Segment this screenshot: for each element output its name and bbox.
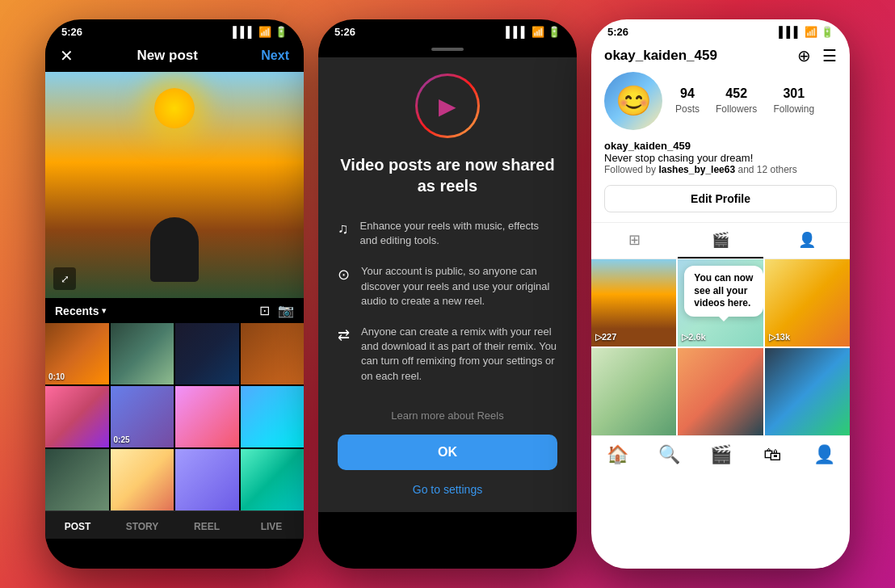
wifi-icon-3: 📶 [805, 26, 817, 38]
bottom-nav: 🏠 🔍 🎬 🛍 👤 [591, 435, 850, 470]
followers-count: 452 [716, 86, 757, 101]
status-icons-2: ▌▌▌ 📶 🔋 [506, 26, 561, 38]
bio-tagline: Never stop chasing your dream! [604, 152, 837, 164]
phone2-content: ▶ Video posts are now shared as reels ♫ … [318, 57, 577, 512]
ok-button[interactable]: OK [338, 435, 557, 470]
go-to-settings-link[interactable]: Go to settings [413, 483, 482, 496]
main-photo-area: ⤢ [45, 72, 304, 298]
bio-username: okay_kaiden_459 [604, 140, 837, 152]
multi-select-icon[interactable]: ⊡ [259, 303, 270, 318]
tab-reel[interactable]: REEL [174, 518, 239, 536]
profile-tabs: ⊞ 🎬 👤 [591, 222, 850, 259]
bio-followed-by: Followed by lashes_by_lee63 and 12 other… [604, 164, 837, 175]
status-bar-3: 5:26 ▌▌▌ 📶 🔋 [591, 19, 850, 41]
photo-cell-7[interactable] [175, 386, 239, 447]
photo-cell-3[interactable] [175, 323, 239, 384]
photo-cell-4[interactable] [241, 323, 305, 384]
tab-post[interactable]: POST [45, 518, 110, 536]
stat-posts: 94 Posts [675, 86, 700, 116]
menu-icon[interactable]: ☰ [822, 46, 837, 65]
remix-icon: ⇄ [338, 326, 350, 344]
expand-button[interactable]: ⤢ [53, 267, 76, 290]
feature-text-3: Anyone can create a remix with your reel… [361, 325, 557, 384]
photo-cell-2[interactable] [111, 323, 174, 384]
status-bar-1: 5:26 ▌▌▌ 📶 🔋 [45, 19, 304, 41]
drag-handle [431, 48, 464, 51]
chevron-down-icon: ▾ [102, 306, 106, 315]
silhouette-graphic [150, 217, 199, 282]
feature-text-2: Your account is public, so anyone can di… [361, 264, 557, 309]
photo-cell-1[interactable]: 0:10 [45, 323, 109, 384]
video-cell-2[interactable]: ▷2.6k You can now see all your videos he… [678, 259, 763, 346]
photo-cell-6[interactable]: 0:25 [111, 386, 174, 447]
video-cell-6[interactable] [765, 348, 850, 435]
profile-info: 😊 94 Posts 452 Followers 301 Following [591, 72, 850, 140]
profile-stats: 94 Posts 452 Followers 301 Following [675, 86, 814, 116]
feature-text-1: Enhance your reels with music, effects a… [360, 219, 558, 248]
nav-reels[interactable]: 🎬 [695, 444, 746, 465]
duration-6: 0:25 [114, 435, 130, 444]
play-count-3: ▷13k [769, 332, 790, 342]
signal-icon: ▌▌▌ [233, 26, 255, 38]
tab-story[interactable]: STORY [110, 518, 174, 536]
close-button[interactable]: ✕ [60, 46, 74, 65]
status-icons-3: ▌▌▌ 📶 🔋 [779, 26, 834, 38]
add-icon[interactable]: ⊕ [797, 46, 811, 65]
next-button[interactable]: Next [261, 48, 289, 63]
video-cell-4[interactable] [591, 348, 676, 435]
wifi-icon: 📶 [258, 26, 271, 38]
battery-icon-2: 🔋 [548, 26, 561, 38]
bottom-tabs: POST STORY REEL LIVE [45, 510, 304, 539]
photo-cell-8[interactable] [241, 386, 305, 447]
music-icon: ♫ [338, 220, 349, 237]
account-icon: ⊙ [338, 266, 350, 284]
nav-shop[interactable]: 🛍 [746, 444, 798, 465]
photo-grid: 0:10 0:25 [45, 323, 304, 510]
reel-icon-container: ▶ [415, 74, 480, 138]
time-1: 5:26 [61, 26, 82, 38]
edit-profile-button[interactable]: Edit Profile [604, 185, 837, 212]
bio-section: okay_kaiden_459 Never stop chasing your … [591, 140, 850, 185]
sun-graphic [154, 88, 195, 128]
avatar: 😊 [604, 72, 662, 130]
tab-reels[interactable]: 🎬 [678, 223, 764, 258]
photo-cell-12[interactable] [241, 449, 305, 510]
nav-home[interactable]: 🏠 [591, 444, 643, 465]
photo-cell-5[interactable] [45, 386, 109, 447]
camera-icon[interactable]: 📷 [278, 303, 294, 318]
page-title: New post [137, 48, 198, 64]
signal-icon-3: ▌▌▌ [779, 26, 801, 38]
following-count: 301 [773, 86, 814, 101]
photo-cell-9[interactable] [45, 449, 109, 510]
learn-more-link[interactable]: Learn more about Reels [391, 410, 503, 422]
wifi-icon-2: 📶 [532, 26, 544, 38]
video-cell-1[interactable]: ▷227 [591, 259, 676, 346]
nav-search[interactable]: 🔍 [643, 444, 695, 465]
reels-title: Video posts are now shared as reels [338, 154, 557, 196]
stat-followers: 452 Followers [716, 86, 757, 116]
photo-cell-10[interactable] [111, 449, 174, 510]
reel-play-icon: ▶ [439, 93, 456, 120]
time-3: 5:26 [607, 26, 628, 38]
tab-live[interactable]: LIVE [239, 518, 304, 536]
duration-1: 0:10 [48, 372, 65, 381]
tab-tagged[interactable]: 👤 [763, 223, 850, 258]
followers-label: Followers [716, 103, 757, 115]
phone-2: 5:26 ▌▌▌ 📶 🔋 ▶ Video posts are now share… [318, 19, 577, 569]
photo-cell-11[interactable] [175, 449, 239, 510]
play-count-1: ▷227 [595, 332, 616, 342]
stat-following: 301 Following [773, 86, 814, 116]
recents-bar: Recents ▾ ⊡ 📷 [45, 298, 304, 323]
video-cell-5[interactable] [678, 348, 763, 435]
status-bar-2: 5:26 ▌▌▌ 📶 🔋 [318, 19, 577, 41]
video-cell-3[interactable]: ▷13k [765, 259, 850, 346]
tab-grid[interactable]: ⊞ [591, 223, 678, 258]
posts-count: 94 [675, 86, 700, 101]
time-2: 5:26 [334, 26, 355, 38]
phone-1: 5:26 ▌▌▌ 📶 🔋 ✕ New post Next ⤢ Recents ▾… [45, 19, 304, 569]
nav-profile[interactable]: 👤 [798, 444, 850, 465]
posts-label: Posts [675, 103, 700, 115]
signal-icon-2: ▌▌▌ [506, 26, 528, 38]
feature-remix: ⇄ Anyone can create a remix with your re… [338, 325, 557, 384]
recents-label[interactable]: Recents ▾ [55, 304, 106, 317]
